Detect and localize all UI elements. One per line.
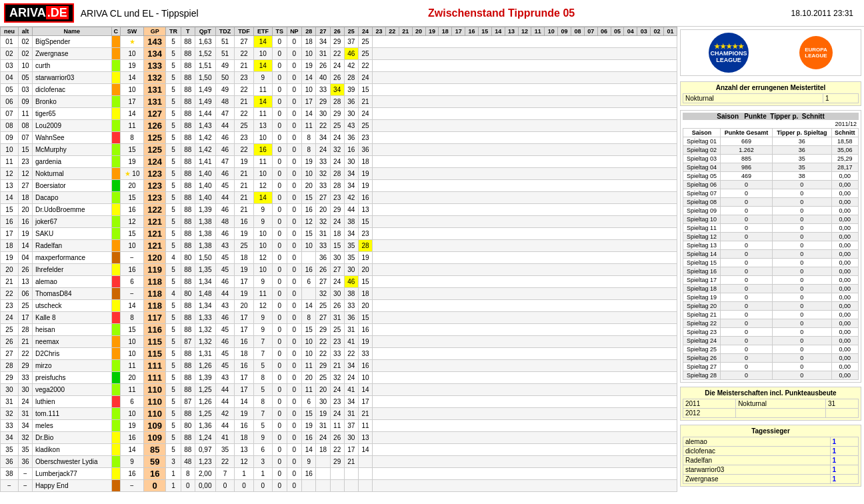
cell-sw: − <box>121 252 144 264</box>
history-cell: 32 <box>316 288 330 300</box>
history-cell: 19 <box>302 420 316 432</box>
spieltag-punkte: 0 <box>720 189 772 198</box>
history-cell: 16 <box>302 264 316 276</box>
history-cell: 10 <box>302 48 316 60</box>
cell-etf: 1 <box>253 468 272 480</box>
cell-np: 0 <box>287 180 302 192</box>
cell-gp: 118 <box>143 288 166 300</box>
spieltag-tipper: 0 <box>773 181 832 189</box>
cell-c <box>111 108 121 120</box>
spieltag-label: Spieltag 02 <box>683 146 721 155</box>
cell-t: 88 <box>181 324 195 336</box>
spieltag-schnitt: 0,00 <box>831 293 858 302</box>
table-row: 12 12 Nokturnal ★ 10 123 5 88 1,40 46 21… <box>1 168 677 180</box>
cell-empty <box>373 420 677 432</box>
meister-name-2012 <box>736 409 826 418</box>
col-05: 05 <box>611 27 624 36</box>
spieltag-punkte: 0 <box>720 207 772 215</box>
cell-etf: 12 <box>253 300 272 312</box>
cell-etf: 10 <box>253 264 272 276</box>
cell-qpt: 1,52 <box>195 48 215 60</box>
cell-name: Lou2009 <box>33 120 112 132</box>
history-cell: 18 <box>330 228 344 240</box>
col-gp: GP <box>143 27 166 36</box>
history-cell: 25 <box>330 120 344 132</box>
spieltag-label: Spieltag 25 <box>683 345 721 354</box>
spieltag-punkte: 0 <box>720 259 772 267</box>
col-tdf: TDF <box>235 27 254 36</box>
cell-empty <box>373 396 677 408</box>
cell-alt: 22 <box>18 348 32 360</box>
meistertitel-table: Nokturnal 1 <box>683 93 859 103</box>
history-cell: 41 <box>344 384 358 396</box>
europa-league-logo: EUROPALEAGUE <box>799 36 833 69</box>
cell-sw: 19 <box>121 420 144 432</box>
cell-empty <box>373 60 677 72</box>
cell-ts: 0 <box>272 60 287 72</box>
spieltag-tipper: 0 <box>773 276 832 285</box>
spieltag-schnitt: 0,00 <box>831 250 858 259</box>
cell-tdz: 46 <box>215 228 235 240</box>
cell-gp: 134 <box>143 48 166 60</box>
cell-tdf: 25 <box>235 120 254 132</box>
cell-sw: 10 <box>121 348 144 360</box>
spieltag-tipper: 0 <box>773 267 832 276</box>
col-11: 11 <box>531 27 545 36</box>
cell-gp: 131 <box>143 84 166 96</box>
cell-name: Zwergnase <box>33 48 112 60</box>
cell-empty <box>373 360 677 372</box>
history-cell: 28 <box>330 168 344 180</box>
cell-tdf: 27 <box>235 36 254 48</box>
cell-gp: 111 <box>143 372 166 384</box>
cell-neu: 09 <box>1 132 19 144</box>
history-cell: 33 <box>316 84 330 96</box>
history-cell: 29 <box>330 204 344 216</box>
history-cell: 34 <box>316 132 330 144</box>
history-cell: 27 <box>330 264 344 276</box>
cell-sw: ★ 10 <box>121 168 144 180</box>
history-cell: 10 <box>302 348 316 360</box>
history-cell: 15 <box>302 408 316 420</box>
logos-row: ★★★★★ CHAMPIONS LEAGUE EUROPALEAGUE <box>680 29 861 76</box>
cell-tr: 5 <box>166 228 181 240</box>
history-cell: 26 <box>316 264 330 276</box>
spieltag-punkte: 0 <box>720 354 772 363</box>
col-tr: TR <box>166 27 181 36</box>
cell-empty <box>373 480 677 492</box>
history-cell: 8 <box>302 312 316 324</box>
cell-etf: 7 <box>253 336 272 348</box>
cell-tr: 5 <box>166 336 181 348</box>
history-cell: 16 <box>302 204 316 216</box>
history-cell: 17 <box>358 396 372 408</box>
spieltag-tipper: 0 <box>773 337 832 345</box>
spieltag-tipper: 35 <box>773 155 832 163</box>
spieltag-tipper: 36 <box>773 137 832 146</box>
cell-gp: 121 <box>143 228 166 240</box>
cell-tdf: 25 <box>235 240 254 252</box>
cell-qpt: 1,38 <box>195 228 215 240</box>
cell-tdz: 48 <box>215 216 235 228</box>
cell-etf: 14 <box>253 60 272 72</box>
cell-gp: 110 <box>143 408 166 420</box>
cell-etf: 14 <box>253 36 272 48</box>
cell-tdf: 18 <box>235 432 254 444</box>
cell-neu: 28 <box>1 360 19 372</box>
history-cell <box>358 456 372 468</box>
cell-alt: 03 <box>18 84 32 96</box>
cell-ts: 0 <box>272 288 287 300</box>
cell-qpt: 1,51 <box>195 60 215 72</box>
spieltag-punkte: 885 <box>720 155 772 163</box>
col-ts: TS <box>272 27 287 36</box>
cell-name: maxperformance <box>33 252 112 264</box>
col-14: 14 <box>491 27 505 36</box>
cell-neu: 18 <box>1 240 19 252</box>
history-cell: 32 <box>316 216 330 228</box>
detail-meister-table: 2011 Nokturnal 31 2012 <box>683 399 859 418</box>
cell-neu: 08 <box>1 120 19 132</box>
cell-empty <box>373 432 677 444</box>
spieltag-tipper: 0 <box>773 302 832 311</box>
cell-qpt: 1,40 <box>195 180 215 192</box>
history-cell: 14 <box>302 72 316 84</box>
cell-tdz: 46 <box>215 132 235 144</box>
cell-qpt: 1,26 <box>195 396 215 408</box>
